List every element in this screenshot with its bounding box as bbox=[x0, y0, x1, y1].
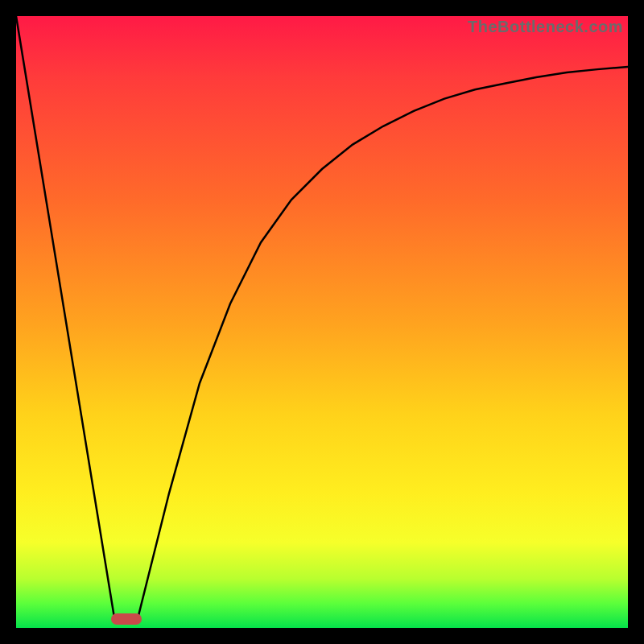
bottleneck-marker bbox=[111, 613, 142, 625]
line-right-arm bbox=[138, 67, 628, 616]
chart-frame: TheBottleneck.com bbox=[16, 16, 628, 628]
line-left-arm bbox=[16, 16, 114, 616]
chart-lines bbox=[16, 16, 628, 628]
